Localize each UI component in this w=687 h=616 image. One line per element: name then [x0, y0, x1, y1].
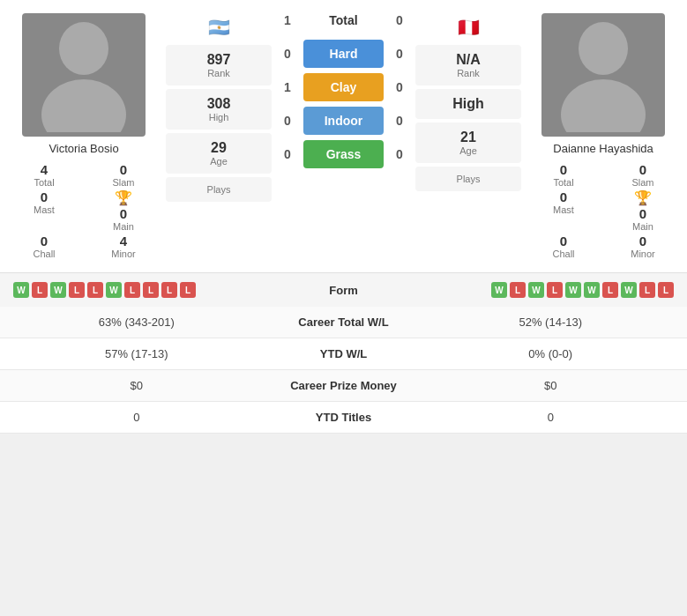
player2-name: Daianne Hayashida — [553, 142, 653, 155]
player2-flag: 🇵🇪 — [458, 17, 480, 38]
form-section: WLWLLWLLLL Form WLWLWWLWLL — [0, 272, 687, 307]
player1-form-badge: L — [87, 282, 103, 298]
p2-indoor: 0 — [391, 114, 408, 128]
player2-age-box: 21 Age — [415, 122, 521, 163]
player1-age-box: 29 Age — [166, 133, 272, 174]
p2-hard: 0 — [391, 47, 408, 61]
p1-total: 1 — [279, 13, 296, 27]
player1-middle-stats: 🇦🇷 897 Rank 308 High 29 Age Plays — [166, 13, 272, 259]
p2-total: 0 — [391, 13, 408, 27]
stats-row: 57% (17-13) YTD W/L 0% (0-0) — [0, 338, 687, 370]
surface-total-row: 1 Total 0 — [279, 13, 408, 27]
stats-right-2: $0 — [432, 379, 670, 392]
player1-total-val: 4 Total — [9, 162, 79, 188]
stats-left-3: 0 — [18, 411, 256, 424]
player1-form-badge: W — [106, 282, 122, 298]
player1-main-col: 🏆 0 Main — [88, 189, 159, 232]
player1-high-box: 308 High — [166, 89, 272, 130]
p1-grass: 0 — [279, 147, 296, 161]
stats-center-0: Career Total W/L — [256, 315, 432, 329]
player1-form-badge: L — [143, 282, 159, 298]
main-container: Victoria Bosio 4 Total 0 Slam 0 Mast 🏆 — [0, 0, 687, 434]
player2-form-badge: W — [528, 282, 544, 298]
form-label: Form — [309, 284, 379, 297]
player1-rank-box: 897 Rank — [166, 45, 272, 85]
player1-form-badge: L — [32, 282, 48, 298]
player1-form-badges: WLWLLWLLLL — [13, 282, 300, 298]
player2-slam-val: 0 Slam — [608, 162, 678, 188]
svg-point-2 — [579, 22, 628, 75]
player2-form-badge: L — [639, 282, 655, 298]
player2-form-badge: L — [547, 282, 563, 298]
player1-form-badge: W — [50, 282, 66, 298]
player2-form-badge: W — [491, 282, 507, 298]
stats-center-3: YTD Titles — [256, 411, 432, 424]
stats-center-2: Career Prize Money — [256, 379, 432, 392]
p1-hard: 0 — [279, 47, 296, 61]
player2-plays-box: Plays — [415, 167, 521, 191]
player2-mast-val: 0 Mast — [528, 189, 599, 232]
player1-plays-box: Plays — [166, 177, 272, 202]
surface-row-clay: 1 Clay 0 — [279, 73, 408, 101]
svg-point-0 — [59, 22, 108, 75]
player1-minor-val: 4 Minor — [88, 234, 159, 259]
player2-card: Daianne Hayashida 0 Total 0 Slam 0 Mast … — [528, 13, 678, 259]
player2-form-badge: L — [510, 282, 526, 298]
player2-main-col: 🏆 0 Main — [608, 189, 678, 232]
player2-high-box: High — [415, 89, 521, 119]
stats-left-1: 57% (17-13) — [18, 347, 256, 360]
surface-indoor-btn: Indoor — [303, 107, 384, 135]
surface-clay-btn: Clay — [303, 73, 384, 101]
stats-row: 63% (343-201) Career Total W/L 52% (14-1… — [0, 307, 687, 338]
player2-trophy-icon: 🏆 — [634, 189, 652, 206]
player1-form-badge: L — [69, 282, 85, 298]
stats-right-3: 0 — [432, 411, 670, 424]
svg-point-3 — [561, 79, 646, 132]
player1-flag: 🇦🇷 — [208, 17, 230, 38]
player2-middle-stats: 🇵🇪 N/A Rank High 21 Age Plays — [415, 13, 521, 259]
stats-right-0: 52% (14-13) — [432, 315, 670, 329]
stats-left-0: 63% (343-201) — [18, 315, 256, 329]
surface-section: 1 Total 0 0 Hard 0 1 Clay 0 0 Indoor 0 — [279, 13, 408, 259]
player2-form-badge: L — [602, 282, 618, 298]
player2-minor-val: 0 Minor — [608, 234, 678, 259]
player2-avatar — [541, 13, 665, 137]
surface-grass-btn: Grass — [303, 140, 384, 168]
stats-right-1: 0% (0-0) — [432, 347, 670, 360]
player2-chall-val: 0 Chall — [528, 234, 599, 259]
surface-hard-btn: Hard — [303, 40, 384, 68]
player1-form-badge: L — [180, 282, 196, 298]
surface-row-grass: 0 Grass 0 — [279, 140, 408, 168]
p2-clay: 0 — [391, 80, 408, 94]
stats-row: 0 YTD Titles 0 — [0, 402, 687, 434]
player1-trophy-icon: 🏆 — [115, 189, 132, 206]
svg-point-1 — [41, 79, 126, 132]
stats-table: 63% (343-201) Career Total W/L 52% (14-1… — [0, 307, 687, 434]
player2-form-badge: W — [621, 282, 637, 298]
player2-form-badge: W — [565, 282, 581, 298]
player2-form-badges: WLWLWWLWLL — [388, 282, 675, 298]
surface-row-indoor: 0 Indoor 0 — [279, 107, 408, 135]
stats-left-2: $0 — [18, 379, 256, 392]
player2-rank-box: N/A Rank — [415, 45, 521, 85]
player1-card: Victoria Bosio 4 Total 0 Slam 0 Mast 🏆 — [9, 13, 159, 259]
stats-center-1: YTD W/L — [256, 347, 432, 360]
player1-form-badge: L — [161, 282, 177, 298]
player1-chall-val: 0 Chall — [9, 234, 79, 259]
player1-avatar — [22, 13, 146, 137]
player1-mast-val: 0 Mast — [9, 189, 79, 232]
surface-row-hard: 0 Hard 0 — [279, 40, 408, 68]
stats-row: $0 Career Prize Money $0 — [0, 370, 687, 402]
player1-slam-val: 0 Slam — [88, 162, 159, 188]
total-label: Total — [303, 13, 384, 27]
p1-clay: 1 — [279, 80, 296, 94]
player2-form-badge: W — [584, 282, 600, 298]
p2-grass: 0 — [391, 147, 408, 161]
player1-name: Victoria Bosio — [49, 142, 118, 155]
player2-stats: 0 Total 0 Slam 0 Mast 🏆 0 Main — [528, 162, 678, 259]
player1-form-badge: L — [124, 282, 140, 298]
player2-total-val: 0 Total — [528, 162, 599, 188]
p1-indoor: 0 — [279, 114, 296, 128]
player-section: Victoria Bosio 4 Total 0 Slam 0 Mast 🏆 — [0, 0, 687, 272]
player1-form-badge: W — [13, 282, 29, 298]
